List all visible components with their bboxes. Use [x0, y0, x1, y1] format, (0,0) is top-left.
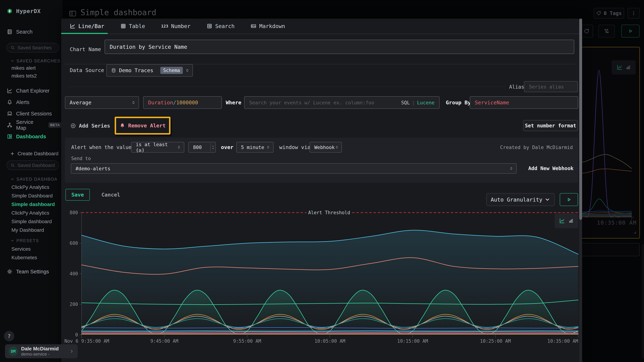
- save-button[interactable]: Save: [66, 189, 90, 201]
- bell-icon: [7, 99, 12, 105]
- svg-text:400: 400: [70, 271, 78, 276]
- dashboard-item[interactable]: Simple Dashboard: [12, 192, 52, 199]
- select-caret-icon: [131, 100, 136, 105]
- events-search-placeholder: Search your events w/ Lucene ex. column:…: [249, 100, 374, 105]
- sidebar-item-dashboards[interactable]: Dashboards: [7, 133, 46, 141]
- run-chart-button[interactable]: [560, 193, 578, 206]
- bell-icon: [120, 123, 125, 129]
- alert-window-select[interactable]: 5 minute: [236, 142, 274, 153]
- tab-table[interactable]: Table: [120, 18, 145, 34]
- app-logo[interactable]: HyperDX: [7, 7, 41, 15]
- expression-value: 1000000: [176, 100, 198, 106]
- dashboard-item[interactable]: ClickPy Analytics: [12, 184, 49, 191]
- modal-tabs-bar: Line/Bar Table 123 Number Search Markdow…: [61, 18, 579, 34]
- tab-markdown[interactable]: Markdown: [250, 18, 285, 34]
- window-via-label: window via: [279, 144, 310, 151]
- add-new-webhook-button[interactable]: Add New Webhook: [528, 165, 574, 172]
- aggregation-select[interactable]: Average: [65, 96, 139, 109]
- sql-mode-toggle[interactable]: SQL: [401, 100, 410, 105]
- add-series-button[interactable]: Add Series: [70, 122, 110, 130]
- set-number-format-button[interactable]: Set number format: [523, 120, 578, 131]
- alert-channel-select[interactable]: Webhook: [310, 142, 342, 153]
- plus-icon: [10, 151, 15, 156]
- svg-text:Alert Threshold: Alert Threshold: [308, 210, 350, 215]
- cancel-button[interactable]: Cancel: [102, 191, 120, 199]
- alert-threshold-input[interactable]: 800 ▴▾: [188, 142, 216, 153]
- alias-input[interactable]: [524, 81, 578, 92]
- over-label: over: [221, 144, 234, 151]
- number-stepper[interactable]: ▴▾: [210, 143, 214, 151]
- alert-condition-select[interactable]: is at least (≥): [131, 142, 184, 153]
- chevron-down-icon: [10, 177, 14, 181]
- data-source-value: Demo Traces: [119, 67, 153, 73]
- sidebar-item-label: Alerts: [16, 99, 29, 105]
- sidebar-item-chart-explorer[interactable]: Chart Explorer: [7, 87, 50, 95]
- sidebar-item-alerts[interactable]: Alerts: [7, 98, 29, 106]
- dashboard-item-active[interactable]: Simple dashboard: [12, 201, 55, 208]
- saved-search-item[interactable]: mikes tets2: [12, 72, 37, 79]
- list-icon: [206, 23, 212, 29]
- remove-alert-button[interactable]: Remove Alert: [120, 123, 166, 129]
- sidebar-item-search[interactable]: Search: [7, 28, 32, 36]
- plus-circle-icon: [70, 123, 76, 129]
- chart-name-input[interactable]: [105, 40, 574, 54]
- granularity-select[interactable]: Auto Granularity: [486, 193, 554, 206]
- chevron-down-icon: [544, 197, 550, 202]
- alert-window-value: 5 minute: [241, 145, 264, 150]
- dashboard-item[interactable]: ClickPy Analytics: [12, 209, 49, 216]
- tab-line-bar[interactable]: Line/Bar: [70, 18, 104, 34]
- preset-item[interactable]: Services: [12, 245, 30, 253]
- preset-item[interactable]: Kubernetes: [12, 254, 37, 261]
- alias-label: Alias: [509, 83, 524, 90]
- send-to-label: Send to: [71, 156, 91, 161]
- send-to-select[interactable]: #demo-alerts: [71, 163, 517, 174]
- sidebar-item-team-settings[interactable]: Team Settings: [7, 268, 49, 276]
- saved-dashboards-placeholder: Saved Dashboards: [18, 163, 55, 168]
- avatar: DM: [8, 347, 18, 356]
- laptop-icon: [7, 111, 12, 117]
- created-by-text: Created by Dale McDiarmid: [500, 144, 573, 151]
- sidebar-item-label: Client Sessions: [16, 111, 52, 117]
- mode-separator: |: [412, 100, 415, 105]
- saved-searches-header[interactable]: SAVED SEARCHES: [10, 58, 60, 64]
- select-caret-icon: [185, 68, 190, 73]
- sidebar-item-service-map[interactable]: Service Map BETA: [7, 121, 62, 129]
- saved-searches-input[interactable]: Saved Searches: [6, 43, 59, 52]
- chevron-down-icon: [10, 59, 14, 63]
- schema-badge: Schema: [160, 67, 183, 74]
- svg-text:800: 800: [70, 210, 78, 215]
- svg-text:0: 0: [75, 332, 78, 338]
- user-info: Dale McDiarmid demo-service -: [21, 346, 66, 357]
- field-expression-input[interactable]: Duration/1000000: [143, 96, 222, 109]
- tab-search[interactable]: Search: [206, 18, 234, 34]
- group-by-value: ServiceName: [475, 100, 509, 106]
- presets-header[interactable]: PRESETS: [10, 238, 39, 244]
- line-chart-icon: [70, 23, 76, 29]
- line-chart-icon: [559, 218, 565, 224]
- chart-type-toggle[interactable]: [554, 213, 578, 228]
- svg-text:600: 600: [70, 240, 78, 246]
- sidebar-item-client-sessions[interactable]: Client Sessions: [7, 110, 52, 118]
- events-search-input[interactable]: Search your events w/ Lucene ex. column:…: [244, 96, 440, 109]
- group-by-input[interactable]: ServiceName: [470, 96, 578, 109]
- modal-scrollbar-thumb[interactable]: [579, 18, 582, 220]
- select-caret-icon: [335, 145, 339, 149]
- lucene-mode-toggle[interactable]: Lucene: [417, 100, 434, 105]
- tab-number[interactable]: 123 Number: [161, 18, 190, 34]
- user-menu[interactable]: DM Dale McDiarmid demo-service -: [5, 344, 78, 358]
- help-button[interactable]: ?: [4, 331, 14, 341]
- dashboard-item[interactable]: My Dashboard: [12, 227, 44, 234]
- active-tab-underline: [61, 33, 108, 34]
- dashboard-item[interactable]: Simple dashboard: [12, 218, 52, 225]
- help-label: ?: [8, 333, 11, 339]
- saved-dashboards-input[interactable]: Saved Dashboards: [6, 161, 59, 170]
- alert-when-label: Alert when the value: [71, 144, 132, 151]
- saved-dashboards-header[interactable]: SAVED DASHBOARDS: [10, 176, 57, 182]
- chevron-right-icon: [70, 349, 74, 354]
- bar-chart-icon: [568, 218, 574, 223]
- saved-searches-placeholder: Saved Searches: [18, 45, 52, 51]
- create-dashboard-button[interactable]: Create Dashboard: [10, 150, 58, 158]
- add-series-label: Add Series: [79, 123, 110, 129]
- saved-search-item[interactable]: mikes alert: [12, 64, 36, 72]
- data-source-select[interactable]: Demo Traces Schema: [106, 64, 193, 77]
